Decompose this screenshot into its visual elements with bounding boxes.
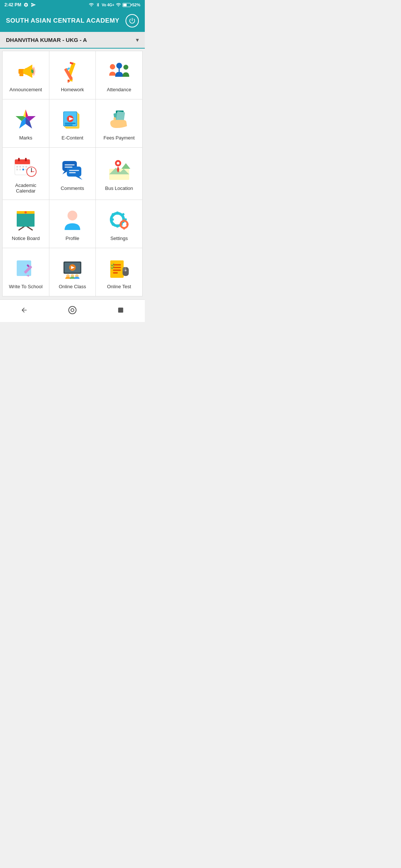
network-type: Vo 4G+: [102, 3, 114, 7]
svg-point-59: [117, 162, 119, 164]
app-header: SOUTH ASIAN CENTRAL ACADEMY: [0, 10, 145, 32]
svg-rect-106: [118, 308, 123, 313]
grid-item-online-test[interactable]: Online Test: [96, 248, 143, 296]
home-circle-icon: [68, 306, 77, 315]
svg-rect-97: [113, 267, 121, 268]
online-class-label: Online Class: [59, 284, 86, 289]
menu-grid-container: Announcement Homework: [2, 51, 143, 296]
svg-rect-53: [69, 170, 79, 171]
profile-label: Profile: [66, 236, 79, 241]
svg-rect-8: [69, 62, 74, 65]
econtent-label: E-Content: [62, 135, 84, 141]
homework-label: Homework: [61, 87, 84, 92]
send-icon: [31, 2, 36, 7]
svg-point-77: [123, 223, 125, 226]
student-name: DHANVITHA KUMAR - UKG - A: [6, 37, 87, 43]
attendance-icon: [107, 59, 131, 83]
svg-point-105: [71, 309, 74, 312]
comments-label: Comments: [61, 185, 84, 191]
settings-icon: [107, 208, 131, 232]
svg-rect-39: [16, 169, 18, 171]
signal-icon: [116, 2, 121, 7]
svg-rect-3: [20, 74, 24, 76]
back-button[interactable]: [17, 303, 31, 317]
svg-point-64: [25, 211, 27, 214]
back-icon: [20, 306, 28, 314]
svg-rect-98: [113, 270, 121, 271]
notice-board-label: Notice Board: [12, 236, 40, 241]
announcement-icon: [14, 59, 38, 83]
svg-rect-41: [23, 169, 25, 171]
status-left: 2:42 PM: [4, 2, 36, 7]
svg-rect-69: [116, 224, 118, 227]
grid-item-academic-calendar[interactable]: Academic Calendar: [3, 148, 49, 200]
grid-item-settings[interactable]: Settings: [96, 200, 143, 248]
svg-rect-34: [25, 158, 27, 161]
grid-item-comments[interactable]: Comments: [49, 148, 96, 200]
svg-rect-95: [110, 260, 124, 278]
svg-rect-32: [15, 162, 30, 164]
home-button[interactable]: [66, 303, 79, 317]
settings-label: Settings: [110, 236, 128, 241]
online-class-icon: [61, 256, 84, 280]
svg-point-15: [123, 65, 128, 70]
recents-icon: [117, 307, 124, 313]
bottom-nav: [0, 299, 145, 322]
status-bar: 2:42 PM Vo 4G+ 52%: [0, 0, 145, 10]
grid-item-announcement[interactable]: Announcement: [3, 51, 49, 99]
svg-point-13: [110, 64, 115, 69]
write-to-school-icon: [14, 256, 38, 280]
svg-rect-35: [16, 166, 18, 168]
power-button[interactable]: [125, 14, 139, 27]
grid-item-fees-payment[interactable]: Fees Payment: [96, 99, 143, 148]
grid-item-econtent[interactable]: E-Content: [49, 99, 96, 148]
attendance-label: Attendance: [107, 87, 131, 92]
grid-item-homework[interactable]: Homework: [49, 51, 96, 99]
battery-icon: [123, 3, 131, 7]
svg-point-65: [68, 211, 77, 220]
svg-marker-2: [23, 65, 32, 78]
time: 2:42 PM: [4, 2, 21, 7]
svg-rect-54: [69, 172, 76, 173]
grid-item-bus-location[interactable]: Bus Location: [96, 148, 143, 200]
bluetooth-icon: [96, 2, 100, 7]
recents-button[interactable]: [114, 303, 127, 317]
student-selector[interactable]: DHANVITHA KUMAR - UKG - A ▾: [0, 32, 145, 49]
marks-icon: [14, 108, 38, 131]
grid-item-write-to-school[interactable]: Write To School: [3, 248, 49, 296]
svg-rect-25: [65, 125, 73, 125]
fees-payment-label: Fees Payment: [104, 135, 135, 141]
svg-marker-57: [121, 163, 130, 169]
fees-payment-icon: [107, 108, 131, 131]
marks-label: Marks: [19, 135, 32, 141]
svg-rect-68: [116, 211, 118, 214]
svg-point-104: [69, 306, 76, 314]
svg-rect-96: [113, 264, 121, 266]
svg-marker-50: [76, 177, 82, 180]
svg-rect-80: [120, 224, 122, 226]
settings-icon: [23, 2, 29, 7]
svg-rect-49: [67, 167, 81, 177]
svg-rect-40: [19, 169, 21, 171]
svg-rect-81: [126, 224, 128, 226]
svg-rect-36: [19, 166, 21, 168]
bus-location-icon: [107, 158, 131, 182]
homework-icon: [61, 59, 84, 83]
grid-item-marks[interactable]: Marks: [3, 99, 49, 148]
power-icon: [128, 17, 136, 24]
grid-item-profile[interactable]: Profile: [49, 200, 96, 248]
svg-point-103: [125, 270, 127, 272]
svg-point-67: [115, 217, 120, 222]
battery-percent: 52%: [132, 3, 140, 7]
profile-icon: [61, 208, 84, 232]
grid-item-online-class[interactable]: Online Class: [49, 248, 96, 296]
svg-rect-52: [65, 167, 72, 168]
bus-location-label: Bus Location: [105, 185, 133, 191]
svg-rect-79: [123, 227, 125, 230]
online-test-icon: [107, 256, 131, 280]
grid-item-attendance[interactable]: Attendance: [96, 51, 143, 99]
svg-rect-38: [26, 166, 27, 168]
grid-item-notice-board[interactable]: Notice Board: [3, 200, 49, 248]
online-test-label: Online Test: [107, 284, 131, 289]
svg-rect-51: [65, 164, 75, 165]
